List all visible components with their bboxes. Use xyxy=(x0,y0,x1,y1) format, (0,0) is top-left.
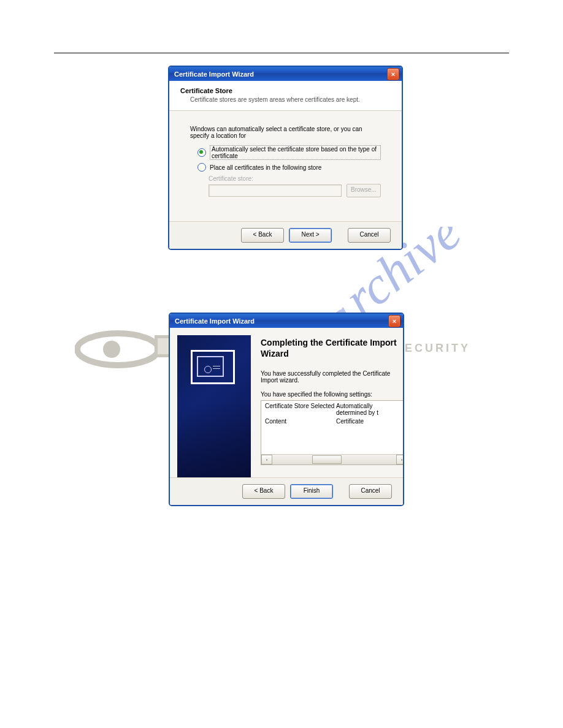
settings-value: Automatically determined by t xyxy=(336,403,404,416)
window-title: Certificate Import Wizard xyxy=(175,317,255,325)
next-button[interactable]: Next > xyxy=(289,228,332,243)
radio-icon xyxy=(197,163,206,172)
close-button[interactable]: × xyxy=(388,315,400,327)
wizard-heading: Completing the Certificate Import Wizard xyxy=(261,338,404,359)
wizard-intro-text: Windows can automatically select a certi… xyxy=(190,126,381,139)
page-horizontal-rule xyxy=(54,53,509,53)
scroll-left-icon[interactable]: ‹ xyxy=(261,455,272,464)
wizard-header: Certificate Store Certificate stores are… xyxy=(169,81,402,111)
radio-place-in-store[interactable]: Place all certificates in the following … xyxy=(197,163,381,172)
finish-button[interactable]: Finish xyxy=(290,484,333,499)
wizard-footer: < Back Finish Cancel xyxy=(170,477,403,505)
settings-key: Certificate Store Selected xyxy=(265,403,336,416)
scroll-right-icon[interactable]: › xyxy=(396,455,404,464)
horizontal-scrollbar[interactable]: ‹ › xyxy=(261,454,404,464)
wizard-header-title: Certificate Store xyxy=(180,87,391,94)
close-button[interactable]: × xyxy=(387,68,399,80)
certificate-store-input xyxy=(209,184,342,197)
wizard-success-text: You have successfully completed the Cert… xyxy=(261,370,404,384)
back-button[interactable]: < Back xyxy=(241,228,284,243)
back-button[interactable]: < Back xyxy=(242,484,285,499)
browse-button: Browse... xyxy=(347,184,381,197)
radio-auto-select-store[interactable]: Automatically select the certificate sto… xyxy=(197,145,381,160)
wizard-header-subtitle: Certificate stores are system areas wher… xyxy=(190,96,391,103)
dialog-completing-wizard: Certificate Import Wizard × Completing t… xyxy=(169,313,404,506)
svg-text:SECURITY: SECURITY xyxy=(395,342,470,354)
wizard-footer: < Back Next > Cancel xyxy=(169,221,402,249)
scroll-track[interactable] xyxy=(272,455,396,464)
radio-auto-label: Automatically select the certificate sto… xyxy=(210,145,381,160)
certificate-store-label: Certificate store: xyxy=(209,175,381,182)
titlebar[interactable]: Certificate Import Wizard × xyxy=(170,314,403,328)
radio-manual-label: Place all certificates in the following … xyxy=(210,164,321,171)
scroll-thumb[interactable] xyxy=(312,455,342,464)
settings-listbox[interactable]: Certificate Store Selected Automatically… xyxy=(261,400,404,465)
settings-row: Certificate Store Selected Automatically… xyxy=(261,401,404,416)
window-title: Certificate Import Wizard xyxy=(174,70,254,78)
radio-icon xyxy=(197,148,206,157)
titlebar[interactable]: Certificate Import Wizard × xyxy=(169,67,402,81)
close-icon: × xyxy=(393,317,396,325)
settings-key: Content xyxy=(265,418,336,425)
wizard-settings-label: You have specified the following setting… xyxy=(261,391,404,398)
close-icon: × xyxy=(391,70,395,78)
svg-point-1 xyxy=(103,341,120,358)
cancel-button[interactable]: Cancel xyxy=(348,228,391,243)
settings-row: Content Certificate xyxy=(261,416,404,425)
settings-value: Certificate xyxy=(336,418,404,425)
cancel-button[interactable]: Cancel xyxy=(349,484,392,499)
certificate-icon xyxy=(191,350,235,384)
dialog-certificate-store: Certificate Import Wizard × Certificate … xyxy=(168,66,403,250)
svg-point-0 xyxy=(77,333,158,365)
wizard-side-graphic xyxy=(177,335,251,479)
